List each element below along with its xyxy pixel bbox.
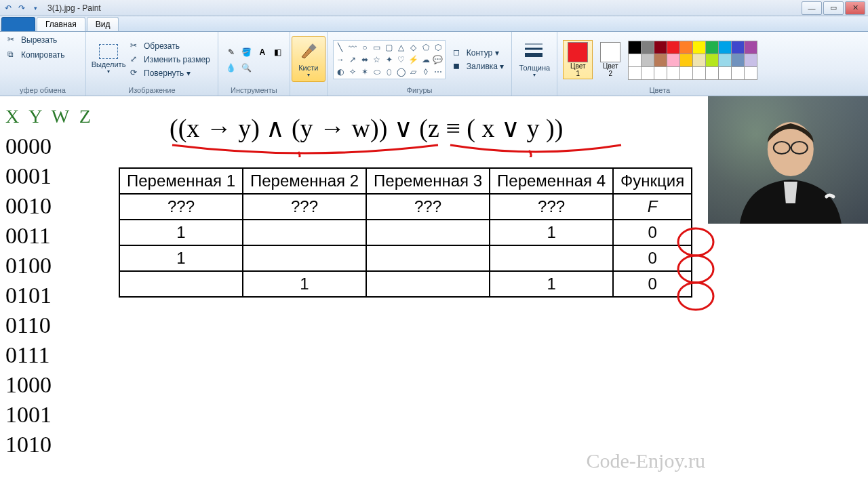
tab-home[interactable]: Главная xyxy=(37,17,85,31)
binary-row: 0111 xyxy=(5,340,94,370)
group-clipboard: ✂Вырезать ⧉Копировать уфер обмена xyxy=(0,32,86,96)
binary-combinations-list: X Y W Z 00000001001000110100010101100111… xyxy=(5,102,94,460)
palette-swatch[interactable] xyxy=(744,66,757,80)
chevron-down-icon: ▾ xyxy=(533,72,536,78)
pencil-tool[interactable]: ✎ xyxy=(224,45,239,60)
palette-swatch[interactable] xyxy=(667,54,680,67)
color2-button[interactable]: Цвет 2 xyxy=(595,40,625,79)
group-tools: ✎ 🪣 A ◧ 💧 🔍 Инструменты xyxy=(218,32,290,96)
color2-swatch xyxy=(600,42,620,62)
text-tool[interactable]: A xyxy=(255,45,270,60)
palette-swatch[interactable] xyxy=(718,41,732,54)
binary-row: 0101 xyxy=(5,281,94,310)
size-button[interactable]: Толщина ▾ xyxy=(517,37,551,83)
palette-swatch[interactable] xyxy=(705,66,719,80)
rotate-button[interactable]: ⟳Повернуть ▾ xyxy=(128,67,212,79)
palette-swatch[interactable] xyxy=(705,54,719,67)
palette-swatch[interactable] xyxy=(679,41,693,54)
palette-swatch[interactable] xyxy=(654,66,667,80)
table-row: 10 xyxy=(119,245,692,271)
crop-icon: ✂ xyxy=(130,41,141,52)
redo-icon[interactable]: ↷ xyxy=(16,3,27,14)
fill-icon: ◼ xyxy=(453,61,464,72)
palette-swatch[interactable] xyxy=(744,54,757,67)
shape-fill-button[interactable]: ◼Заливка ▾ xyxy=(451,60,507,73)
eraser-tool[interactable]: ◧ xyxy=(271,45,285,60)
tab-view[interactable]: Вид xyxy=(87,17,119,31)
palette-swatch[interactable] xyxy=(667,41,680,54)
qat-dropdown-icon[interactable]: ▾ xyxy=(30,3,41,14)
palette-swatch[interactable] xyxy=(667,66,680,80)
palette-swatch[interactable] xyxy=(692,54,706,67)
eraser-icon: ◧ xyxy=(274,47,281,57)
group-colors: Цвет 1 Цвет 2 Цвета xyxy=(557,32,762,96)
table-header: Переменная 2 xyxy=(243,168,366,194)
palette-swatch[interactable] xyxy=(705,41,719,54)
shape-outline-button[interactable]: ◻Контур ▾ xyxy=(451,47,507,59)
table-row: ????????????F xyxy=(119,194,692,220)
palette-swatch[interactable] xyxy=(641,54,654,67)
palette-swatch[interactable] xyxy=(731,54,745,67)
shapes-gallery[interactable]: ╲〰○▭▢△◇⬠⬡ →↗⬌☆✦♡⚡☁💬 ◐✧✶⬭⬯◯▱◊⋯ xyxy=(333,40,446,79)
close-button[interactable]: ✕ xyxy=(845,1,865,15)
group-shapes: ╲〰○▭▢△◇⬠⬡ →↗⬌☆✦♡⚡☁💬 ◐✧✶⬭⬯◯▱◊⋯ ◻Контур ▾ … xyxy=(328,32,513,96)
palette-swatch[interactable] xyxy=(679,66,693,80)
group-label-image: Изображение xyxy=(92,85,212,94)
red-underline-left xyxy=(170,142,441,157)
binary-row: 1001 xyxy=(5,400,94,430)
table-row: 110 xyxy=(119,271,692,297)
group-size: Толщина ▾ xyxy=(512,32,557,96)
palette-swatch[interactable] xyxy=(731,41,745,54)
eyedropper-icon: 💧 xyxy=(226,63,236,73)
palette-swatch[interactable] xyxy=(628,41,642,54)
window-title: 3(1).jpg - Paint xyxy=(47,3,101,13)
zoom-tool[interactable]: 🔍 xyxy=(239,60,254,75)
palette-swatch[interactable] xyxy=(718,66,732,80)
palette-swatch[interactable] xyxy=(654,54,667,67)
maximize-button[interactable]: ▭ xyxy=(823,1,844,15)
table-header: Переменная 3 xyxy=(366,168,490,194)
binary-row: 1010 xyxy=(5,430,94,460)
cut-button[interactable]: ✂Вырезать xyxy=(5,34,59,46)
copy-button[interactable]: ⧉Копировать xyxy=(5,49,67,61)
boolean-formula: ((x → y) ∧ (y → w)) ∨ (z ≡ ( x ∨ y )) xyxy=(170,113,563,143)
palette-swatch[interactable] xyxy=(718,54,732,67)
group-label-tools: Инструменты xyxy=(224,85,284,94)
binary-row: 0010 xyxy=(5,191,94,221)
crop-button[interactable]: ✂Обрезать xyxy=(128,40,212,52)
palette-swatch[interactable] xyxy=(628,66,642,80)
select-button[interactable]: Выделить ▾ xyxy=(92,37,125,83)
color-palette[interactable] xyxy=(628,41,756,79)
table-header: Переменная 4 xyxy=(490,168,613,194)
palette-swatch[interactable] xyxy=(654,41,667,54)
palette-swatch[interactable] xyxy=(679,54,693,67)
magnifier-icon: 🔍 xyxy=(241,63,252,73)
picker-tool[interactable]: 💧 xyxy=(224,60,239,75)
binary-row: 1000 xyxy=(5,370,94,400)
palette-swatch[interactable] xyxy=(641,41,654,54)
group-label-shapes: Фигуры xyxy=(333,85,507,94)
paint-canvas[interactable]: X Y W Z 00000001001000110100010101100111… xyxy=(0,96,708,475)
brushes-button[interactable]: Кисти ▾ xyxy=(292,36,326,82)
scissors-icon: ✂ xyxy=(7,35,18,45)
presenter-webcam xyxy=(708,96,868,224)
fill-tool[interactable]: 🪣 xyxy=(239,45,254,60)
table-header: Функция xyxy=(613,168,692,194)
palette-swatch[interactable] xyxy=(692,66,706,80)
palette-swatch[interactable] xyxy=(628,54,642,67)
palette-swatch[interactable] xyxy=(731,66,745,80)
rotate-icon: ⟳ xyxy=(130,68,141,79)
palette-swatch[interactable] xyxy=(692,41,706,54)
window-titlebar: ↶ ↷ ▾ 3(1).jpg - Paint — ▭ ✕ xyxy=(0,0,868,16)
undo-icon[interactable]: ↶ xyxy=(3,3,14,14)
file-tab[interactable] xyxy=(1,17,35,31)
group-label-colors: Цвета xyxy=(563,85,756,94)
color1-button[interactable]: Цвет 1 xyxy=(563,40,593,79)
group-image: Выделить ▾ ✂Обрезать ⤢Изменить размер ⟳П… xyxy=(86,32,218,96)
text-icon: A xyxy=(259,47,265,57)
binary-row: 0000 xyxy=(5,131,94,161)
resize-button[interactable]: ⤢Изменить размер xyxy=(128,54,212,66)
palette-swatch[interactable] xyxy=(744,41,757,54)
minimize-button[interactable]: — xyxy=(802,1,822,15)
palette-swatch[interactable] xyxy=(641,66,654,80)
